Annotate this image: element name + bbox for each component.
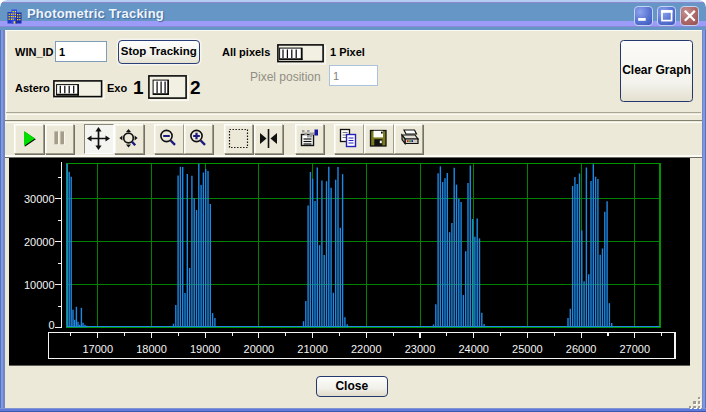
svg-text:20000: 20000 [244, 343, 275, 355]
svg-text:17000: 17000 [83, 343, 114, 355]
svg-text:25000: 25000 [512, 343, 543, 355]
svg-text:26000: 26000 [566, 343, 597, 355]
svg-text:22000: 22000 [351, 343, 382, 355]
svg-text:18000: 18000 [136, 343, 167, 355]
svg-text:19000: 19000 [190, 343, 221, 355]
svg-text:27000: 27000 [620, 343, 651, 355]
svg-text:10000: 10000 [24, 279, 55, 291]
svg-text:0: 0 [48, 319, 54, 331]
svg-text:21000: 21000 [297, 343, 328, 355]
svg-text:24000: 24000 [458, 343, 489, 355]
svg-text:20000: 20000 [24, 236, 55, 248]
svg-text:23000: 23000 [405, 343, 436, 355]
svg-text:30000: 30000 [24, 193, 55, 205]
